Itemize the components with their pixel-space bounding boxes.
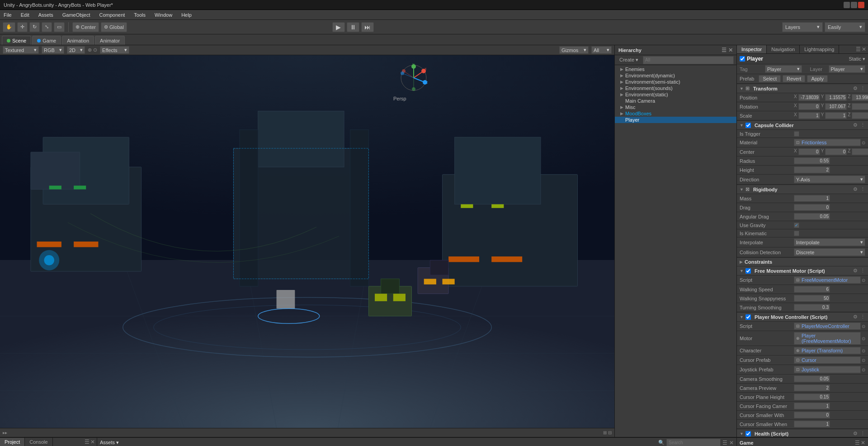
material-ref[interactable]: ⊡ Frictionless — [794, 139, 861, 146]
tag-dropdown[interactable]: Player ▾ — [765, 65, 802, 73]
free-movement-enabled[interactable] — [745, 268, 751, 274]
pmc-enabled[interactable] — [745, 314, 751, 320]
player-move-controller-header[interactable]: ▼ Player Move Controller (Script) ⚙ ⋮ — [737, 312, 868, 322]
angular-drag-input[interactable] — [794, 213, 830, 220]
hier-item-enemies[interactable]: ▶Enemies — [615, 66, 736, 72]
tab-animation[interactable]: Animation — [62, 36, 94, 45]
hier-item-env-sounds[interactable]: ▶Environment(sounds) — [615, 85, 736, 91]
camera-preview-input[interactable] — [794, 384, 830, 391]
pmc-gear[interactable]: ⚙ — [853, 314, 858, 320]
assets-panel-menu-btn[interactable]: ☰ — [722, 440, 727, 446]
assets-search-input[interactable] — [666, 439, 721, 446]
capsule-gear[interactable]: ⚙ — [853, 122, 858, 128]
pivot-mode-btn[interactable]: ⊕ Center — [72, 22, 99, 32]
hier-item-env-semi[interactable]: ▶Environment(semi-static) — [615, 79, 736, 85]
pos-y-input[interactable] — [825, 94, 847, 101]
rot-y-input[interactable] — [825, 103, 847, 110]
center-y-input[interactable] — [825, 148, 847, 155]
rigidbody-gear[interactable]: ⚙ — [853, 186, 858, 192]
health-script-header[interactable]: ▼ Health (Script) ⚙ ⋮ — [737, 429, 868, 437]
hier-item-env-dynamic[interactable]: ▶Environment(dynamic) — [615, 72, 736, 79]
assets-search-icon[interactable]: 🔍 — [658, 440, 665, 446]
cursor-smaller-when-input[interactable] — [794, 421, 830, 427]
prefab-select-btn[interactable]: Select — [759, 75, 781, 82]
tab-inspector[interactable]: Inspector — [737, 45, 767, 53]
capsule-enabled[interactable] — [745, 123, 751, 128]
constraints-section[interactable]: ▶ Constraints — [737, 257, 868, 266]
play-button[interactable]: ▶ — [332, 22, 345, 32]
hierarchy-menu-btn[interactable]: ☰ — [722, 47, 726, 53]
interpolate-dropdown[interactable]: Interpolate ▾ — [794, 238, 865, 246]
free-movement-gear[interactable]: ⚙ — [853, 268, 858, 274]
maximize-btn[interactable] — [851, 2, 857, 8]
cursor-plane-height-input[interactable] — [794, 394, 830, 400]
joystick-prefab-ref[interactable]: ⊡ Joystick — [794, 366, 861, 373]
pause-button[interactable]: ⏸ — [347, 22, 359, 32]
rect-tool[interactable]: ▭ — [54, 22, 65, 32]
center-z-input[interactable] — [852, 148, 868, 155]
is-kinematic-checkbox[interactable] — [794, 231, 799, 236]
mass-input[interactable] — [794, 195, 830, 202]
inspector-close-btn[interactable]: ✕ — [862, 46, 866, 52]
menu-component[interactable]: Component — [97, 11, 127, 19]
menu-gameobject[interactable]: GameObject — [61, 11, 92, 19]
game-panel-close-btn[interactable]: ✕ — [861, 440, 865, 446]
drag-input[interactable] — [794, 204, 830, 211]
material-select-btn[interactable]: ⊙ — [862, 140, 865, 145]
menu-edit[interactable]: Edit — [19, 11, 31, 19]
use-gravity-checkbox[interactable]: ✓ — [794, 223, 799, 228]
layer-dropdown[interactable]: Player ▾ — [829, 65, 866, 73]
step-button[interactable]: ⏭ — [361, 22, 374, 32]
health-gear[interactable]: ⚙ — [853, 431, 858, 437]
scene-view-3d[interactable]: X Y Z Persp — [0, 55, 614, 428]
hierarchy-create-btn[interactable]: Create ▾ — [618, 56, 640, 64]
render-scale-dropdown[interactable]: 2D ▾ — [67, 46, 85, 54]
cursor-smaller-with-input[interactable] — [794, 412, 830, 418]
camera-smoothing-input[interactable] — [794, 375, 830, 382]
turning-smooth-input[interactable] — [794, 304, 830, 311]
hand-tool[interactable]: ✋ — [3, 22, 15, 32]
effects-dropdown[interactable]: Effects ▾ — [100, 46, 129, 54]
assets-panel-close-btn[interactable]: ✕ — [729, 440, 734, 446]
cursor-prefab-ref[interactable]: ⊡ Cursor — [794, 356, 861, 364]
hier-item-moodboxes[interactable]: ▶MoodBoxes — [615, 110, 736, 117]
scale-x-input[interactable] — [798, 112, 820, 119]
minimize-btn[interactable] — [844, 2, 850, 8]
health-enabled[interactable] — [745, 431, 751, 437]
hier-item-main-camera[interactable]: ▶Main Camera — [615, 98, 736, 104]
pmc-character-ref[interactable]: ⊕ Player (Transform) — [794, 347, 861, 354]
tab-navigation[interactable]: Navigation — [767, 45, 800, 53]
radius-input[interactable] — [794, 157, 830, 164]
hier-item-player[interactable]: ▶Player — [615, 117, 736, 123]
color-mode-dropdown[interactable]: RGB ▾ — [42, 46, 64, 54]
layout-dropdown[interactable]: Easily ▾ — [825, 22, 865, 32]
project-close-btn[interactable]: ✕ — [90, 439, 95, 445]
hierarchy-search[interactable] — [643, 56, 734, 64]
transform-component-header[interactable]: ▼ ⊞ Transform ⚙ ⋮ — [737, 84, 868, 93]
hier-item-misc[interactable]: ▶Misc — [615, 104, 736, 110]
center-x-input[interactable] — [798, 148, 820, 155]
pos-x-input[interactable] — [798, 94, 820, 101]
direction-dropdown[interactable]: Y-Axis ▾ — [794, 176, 865, 183]
menu-file[interactable]: File — [2, 11, 14, 19]
pmc-script-ref[interactable]: ⊟ PlayerMoveController — [794, 323, 861, 330]
walking-snappy-input[interactable] — [794, 295, 830, 302]
is-trigger-checkbox[interactable] — [794, 131, 799, 137]
game-panel-menu-btn[interactable]: ☰ — [855, 440, 860, 446]
transform-more-btn[interactable]: ⋮ — [860, 85, 865, 91]
tab-lightmapping[interactable]: Lightmapping — [800, 45, 839, 53]
project-menu-btn[interactable]: ☰ — [85, 439, 90, 445]
gizmos-dropdown[interactable]: Gizmos ▾ — [559, 46, 589, 54]
capsule-collider-header[interactable]: ▼ Capsule Collider ⚙ ⋮ — [737, 120, 868, 130]
tab-project[interactable]: Project — [0, 438, 25, 446]
menu-assets[interactable]: Assets — [37, 11, 55, 19]
rigidbody-header[interactable]: ▼ ⊠ Rigidbody ⚙ ⋮ — [737, 185, 868, 194]
hier-item-env-static[interactable]: ▶Environment(static) — [615, 91, 736, 98]
object-enabled-checkbox[interactable] — [740, 56, 745, 62]
gizmos-filter-dropdown[interactable]: All ▾ — [591, 46, 612, 54]
menu-help[interactable]: Help — [179, 11, 193, 19]
hierarchy-close-btn[interactable]: ✕ — [728, 47, 733, 53]
rot-z-input[interactable] — [852, 103, 868, 110]
scale-z-input[interactable] — [852, 112, 868, 119]
pmc-motor-ref[interactable]: ⊕ Player (FreeMovementMotor) — [794, 332, 861, 345]
